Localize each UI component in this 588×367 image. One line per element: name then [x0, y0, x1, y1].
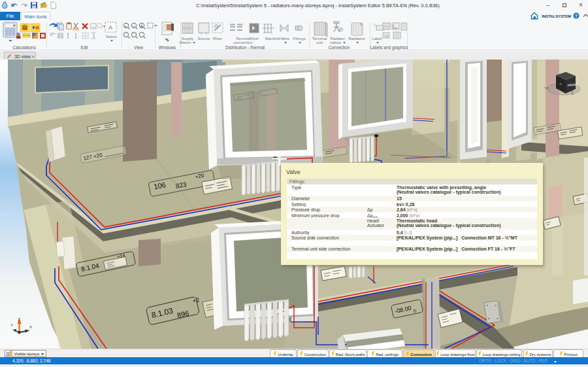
- svg-text:Z: Z: [18, 317, 21, 321]
- svg-text:–: –: [133, 24, 135, 28]
- svg-text:?: ?: [575, 14, 578, 18]
- svg-text:A: A: [108, 24, 112, 31]
- svg-text:Y: Y: [10, 323, 13, 327]
- svg-text:AB: AB: [384, 34, 389, 38]
- svg-text:X: X: [29, 325, 32, 329]
- svg-text:A: A: [140, 24, 144, 28]
- svg-text:+: +: [125, 24, 127, 28]
